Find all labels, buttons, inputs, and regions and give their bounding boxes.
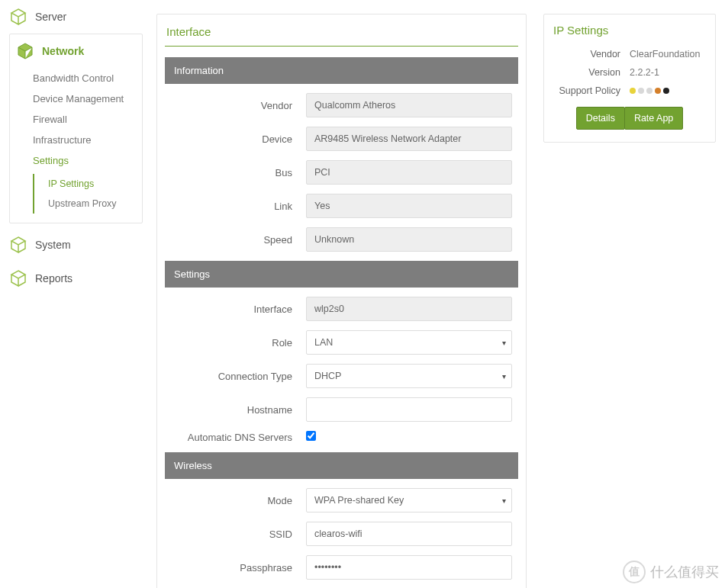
sidebar-item-reports[interactable]: Reports [9,262,143,295]
label-device: Device [165,133,306,145]
support-policy-dots [630,88,706,94]
dot-icon [646,88,652,94]
passphrase-input[interactable] [306,555,512,580]
side-panel: IP Settings Vendor ClearFoundation Versi… [543,14,716,143]
details-button[interactable]: Details [576,107,625,130]
rate-app-button[interactable]: Rate App [624,107,683,130]
row-wireless-pass: Passphrase [165,555,518,580]
side-row-support: Support Policy [553,85,706,96]
dot-icon [638,88,644,94]
sidebar-item-network[interactable]: Network [10,34,142,68]
row-settings-hostname: Hostname [165,397,518,422]
label-ssid: SSID [165,529,306,540]
settings-subnav: IP Settings Upstream Proxy [33,174,142,214]
side-value-vendor: ClearFoundation [630,49,706,59]
side-label-version: Version [553,67,630,78]
sidebar-item-firewall[interactable]: Firewall [33,109,142,130]
cube-icon [9,8,27,26]
label-autodns: Automatic DNS Servers [165,432,306,443]
label-vendor: Vendor [165,100,306,111]
label-speed: Speed [165,234,306,246]
ssid-input[interactable] [306,522,512,546]
sidebar-item-settings[interactable]: Settings [33,150,142,171]
side-label-vendor: Vendor [553,49,630,59]
section-settings-header: Settings [165,261,518,288]
mode-select[interactable]: WPA Pre-shared Key [306,488,512,512]
sidebar-network-panel: Network Bandwidth Control Device Managem… [9,34,143,223]
sidebar-item-device-mgmt[interactable]: Device Management [33,88,142,109]
watermark-text: 什么值得买 [650,563,719,581]
label-role: Role [165,337,306,349]
cube-icon [16,42,34,60]
row-settings-conntype: Connection Type DHCP [165,364,518,388]
section-information-header: Information [165,57,518,84]
sidebar-item-server[interactable]: Server [9,0,143,34]
dot-icon [663,88,669,94]
autodns-checkbox[interactable] [306,431,316,441]
network-subnav: Bandwidth Control Device Management Fire… [10,68,142,171]
sidebar-item-bandwidth[interactable]: Bandwidth Control [33,68,142,88]
side-row-version: Version 2.2.2-1 [553,67,706,78]
sidebar-label-network: Network [42,45,84,57]
label-link: Link [165,201,306,212]
row-info-bus: Bus PCI [165,160,518,185]
sidebar-item-ip-settings[interactable]: IP Settings [48,174,142,194]
value-vendor: Qualcomm Atheros [306,93,512,117]
row-wireless-ssid: SSID [165,522,518,546]
watermark: 值 什么值得买 [623,561,719,583]
watermark-icon: 值 [623,561,646,583]
cube-icon [9,269,27,288]
label-interface: Interface [165,304,306,315]
sidebar-item-upstream-proxy[interactable]: Upstream Proxy [48,194,142,214]
row-settings-autodns: Automatic DNS Servers [165,431,518,443]
label-pass: Passphrase [165,562,306,574]
sidebar-item-infrastructure[interactable]: Infrastructure [33,130,142,150]
side-value-version: 2.2.2-1 [630,67,706,78]
sidebar-label-system: System [35,239,71,251]
main-panel: Interface Information Vendor Qualcomm At… [156,14,527,588]
label-mode: Mode [165,495,306,506]
side-label-support: Support Policy [553,85,630,96]
side-buttons: Details Rate App [553,107,706,130]
sidebar-label-reports: Reports [35,272,72,284]
panel-title: Interface [165,22,518,47]
row-info-speed: Speed Unknown [165,227,518,252]
row-info-vendor: Vendor Qualcomm Atheros [165,93,518,117]
sidebar-label-server: Server [35,11,66,23]
conntype-select[interactable]: DHCP [306,364,512,388]
role-select[interactable]: LAN [306,330,512,355]
cube-icon [9,236,27,254]
value-bus: PCI [306,160,512,185]
value-device: AR9485 Wireless Network Adapter [306,127,512,151]
label-hostname: Hostname [165,404,306,416]
label-bus: Bus [165,167,306,178]
sidebar: Server Network Bandwidth Control Device … [9,0,143,295]
hostname-input[interactable] [306,397,512,422]
row-wireless-mode: Mode WPA Pre-shared Key [165,488,518,512]
row-info-link: Link Yes [165,194,518,218]
dot-icon [655,88,661,94]
row-settings-interface: Interface wlp2s0 [165,297,518,321]
value-link: Yes [306,194,512,218]
dot-icon [630,88,636,94]
label-conntype: Connection Type [165,371,306,382]
row-settings-role: Role LAN [165,330,518,355]
row-info-device: Device AR9485 Wireless Network Adapter [165,127,518,151]
value-interface: wlp2s0 [306,297,512,321]
side-row-vendor: Vendor ClearFoundation [553,49,706,59]
section-wireless-header: Wireless [165,452,518,479]
sidebar-item-system[interactable]: System [9,228,143,262]
value-speed: Unknown [306,227,512,252]
side-title: IP Settings [553,24,706,37]
